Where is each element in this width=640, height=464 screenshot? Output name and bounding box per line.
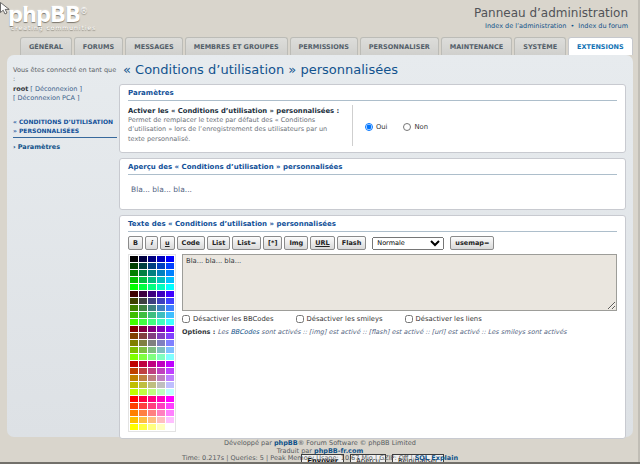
palette-color-FF4080[interactable] (148, 403, 156, 409)
palette-color-BFFFFF[interactable] (166, 389, 174, 395)
palette-color-40FFFF[interactable] (166, 319, 174, 325)
palette-color-000000[interactable] (130, 256, 138, 262)
palette-color-8040BF[interactable] (157, 333, 165, 339)
desactiver-les-liens-checkbox[interactable] (405, 315, 413, 323)
palette-color-808080[interactable] (148, 340, 156, 346)
palette-color-000040[interactable] (139, 256, 147, 262)
palette-color-FF8000[interactable] (130, 410, 138, 416)
palette-color-BF8000[interactable] (130, 375, 138, 381)
palette-color-80FFBF[interactable] (157, 354, 165, 360)
palette-color-00FF00[interactable] (130, 284, 138, 290)
radio-non[interactable] (403, 123, 411, 131)
palette-color-400080[interactable] (148, 291, 156, 297)
palette-color-404000[interactable] (130, 298, 138, 304)
palette-color-FF0040[interactable] (139, 396, 147, 402)
bbcode-flash-button[interactable]: Flash (337, 236, 367, 250)
palette-color-400000[interactable] (130, 291, 138, 297)
palette-color-FF80FF[interactable] (166, 410, 174, 416)
palette-color-8000BF[interactable] (157, 326, 165, 332)
palette-color-8080BF[interactable] (157, 340, 165, 346)
palette-color-4040FF[interactable] (166, 298, 174, 304)
palette-color-40BF80[interactable] (148, 312, 156, 318)
palette-color-004080[interactable] (148, 263, 156, 269)
palette-color-BF4000[interactable] (130, 368, 138, 374)
palette-color-400040[interactable] (139, 291, 147, 297)
sql-explain-link[interactable]: SQL Explain (415, 454, 458, 462)
palette-color-40BF40[interactable] (139, 312, 147, 318)
palette-color-008080[interactable] (148, 270, 156, 276)
palette-color-FFFFBF[interactable] (157, 424, 165, 430)
palette-color-FFFF40[interactable] (139, 424, 147, 430)
palette-color-FFFFFF[interactable] (166, 424, 174, 430)
palette-color-FF40FF[interactable] (166, 403, 174, 409)
palette-color-FF00FF[interactable] (166, 396, 174, 402)
palette-color-00BFFF[interactable] (166, 277, 174, 283)
tab-messages[interactable]: MESSAGES (125, 37, 182, 55)
palette-color-FF00BF[interactable] (157, 396, 165, 402)
palette-color-408080[interactable] (148, 305, 156, 311)
palette-color-BFFF40[interactable] (139, 389, 147, 395)
palette-color-FFBFFF[interactable] (166, 417, 174, 423)
palette-color-BF40BF[interactable] (157, 368, 165, 374)
palette-color-40FF00[interactable] (130, 319, 138, 325)
palette-color-00FFFF[interactable] (166, 284, 174, 290)
palette-color-00BFBF[interactable] (157, 277, 165, 283)
tab-maintenance[interactable]: MAINTENANCE (441, 37, 512, 55)
palette-color-804080[interactable] (148, 333, 156, 339)
palette-color-40BFBF[interactable] (157, 312, 165, 318)
palette-color-804000[interactable] (130, 333, 138, 339)
link-admin-index[interactable]: Index de l’administration (485, 22, 566, 30)
palette-color-80BFFF[interactable] (166, 347, 174, 353)
palette-color-BF8080[interactable] (148, 375, 156, 381)
palette-color-40FFBF[interactable] (157, 319, 165, 325)
palette-color-BF0080[interactable] (148, 361, 156, 367)
phpbb-logo[interactable]: phpBB® creating communities (8, 3, 96, 31)
palette-color-808040[interactable] (139, 340, 147, 346)
tab-forums[interactable]: FORUMS (74, 37, 123, 55)
palette-color-BF00BF[interactable] (157, 361, 165, 367)
palette-color-BFBF40[interactable] (139, 382, 147, 388)
palette-color-BF4040[interactable] (139, 368, 147, 374)
palette-color-80FF00[interactable] (130, 354, 138, 360)
bbcode-list-item-button[interactable]: [*] (263, 236, 282, 250)
palette-color-FF4000[interactable] (130, 403, 138, 409)
palette-color-BFFFBF[interactable] (157, 389, 165, 395)
palette-color-FFBFBF[interactable] (157, 417, 165, 423)
font-size-select[interactable]: Normale (372, 237, 444, 250)
palette-color-40BF00[interactable] (130, 312, 138, 318)
palette-color-4080BF[interactable] (157, 305, 165, 311)
bbcode-list-button[interactable]: List (207, 236, 230, 250)
palette-color-0080FF[interactable] (166, 270, 174, 276)
palette-color-008000[interactable] (130, 270, 138, 276)
palette-color-4000BF[interactable] (157, 291, 165, 297)
link-forum-index[interactable]: Index du forum (578, 22, 628, 30)
logout-pca-link[interactable]: [ Déconnexion PCA ] (13, 94, 80, 102)
palette-color-0000FF[interactable] (166, 256, 174, 262)
bbcode-url-button[interactable]: URL (310, 236, 334, 250)
palette-color-40BFFF[interactable] (166, 312, 174, 318)
radio-oui-label[interactable]: Oui (365, 107, 388, 146)
palette-color-0040FF[interactable] (166, 263, 174, 269)
desactiver-les-smileys-label[interactable]: Désactiver les smileys (296, 315, 383, 323)
bbcodes-link[interactable]: BBCodes (230, 328, 259, 336)
palette-color-004000[interactable] (130, 263, 138, 269)
palette-color-FF80BF[interactable] (157, 410, 165, 416)
palette-color-FF40BF[interactable] (157, 403, 165, 409)
palette-color-00BF80[interactable] (148, 277, 156, 283)
palette-color-800040[interactable] (139, 326, 147, 332)
radio-non-label[interactable]: Non (403, 107, 428, 146)
bbcode-bold-button[interactable]: B (128, 236, 143, 250)
palette-color-BF00FF[interactable] (166, 361, 174, 367)
palette-color-FF0000[interactable] (130, 396, 138, 402)
palette-color-000080[interactable] (148, 256, 156, 262)
palette-color-808000[interactable] (130, 340, 138, 346)
palette-color-00FF80[interactable] (148, 284, 156, 290)
bbcode-italic-button[interactable]: i (145, 236, 158, 250)
palette-color-00FF40[interactable] (139, 284, 147, 290)
tab-membres-et-groupes[interactable]: MEMBRES ET GROUPES (185, 37, 288, 55)
palette-color-FFFF80[interactable] (148, 424, 156, 430)
tab-systeme[interactable]: SYSTÈME (514, 37, 566, 55)
desactiver-les-bbcodes-label[interactable]: Désactiver les BBCodes (182, 315, 274, 323)
desactiver-les-smileys-checkbox[interactable] (296, 315, 304, 323)
desactiver-les-liens-label[interactable]: Désactiver les liens (405, 315, 482, 323)
